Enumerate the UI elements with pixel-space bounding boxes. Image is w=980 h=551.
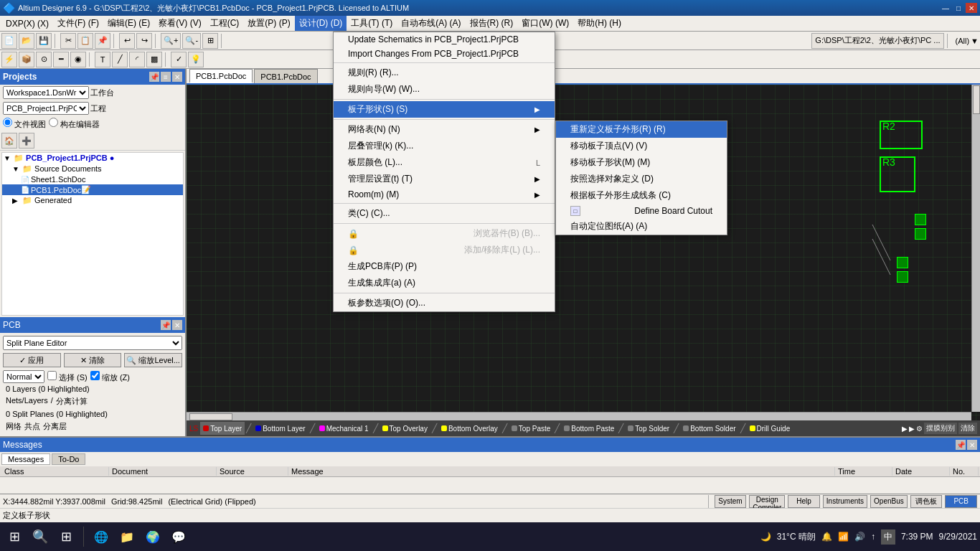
tb2-track[interactable]: ━	[53, 52, 69, 67]
tree-item-generated[interactable]: ▶ 📁 Generated	[2, 195, 183, 206]
tree-item-pcbDoc[interactable]: 📄 PCB1.PcbDoc 📝	[2, 184, 183, 195]
status-design-compiler-btn[interactable]: Design Compiler	[749, 495, 785, 508]
layer-mechanical[interactable]: Mechanical 1	[316, 422, 372, 435]
vscroll-thumb[interactable]	[973, 85, 980, 114]
menu-classes[interactable]: 类(C) (C)...	[334, 205, 555, 222]
layer-drill-guide[interactable]: Drill Guide	[747, 422, 793, 435]
status-instruments-btn[interactable]: Instruments	[823, 495, 867, 508]
pcb-mode-dropdown[interactable]: Split Plane Editor Board Planning Mode	[3, 336, 182, 350]
submenu-define-cutout[interactable]: □ Define Board Cutout	[556, 204, 727, 218]
tree-item-schDoc[interactable]: 📄 Sheet1.SchDoc	[2, 174, 183, 184]
menu-file[interactable]: 文件(F) (F)	[53, 16, 103, 31]
layer-bot-solder[interactable]: Bottom Solder	[680, 422, 738, 435]
menu-gen-pcb-lib[interactable]: 生成PCB库(P) (P)	[334, 258, 555, 275]
layer-more2-btn[interactable]: ▶	[909, 425, 915, 433]
menu-room[interactable]: Room(m) (M) ▶	[334, 187, 555, 202]
layer-clear-btn[interactable]: 清除	[958, 423, 977, 434]
menu-import-changes[interactable]: Import Changes From PCB_Project1.PrjPCB	[334, 47, 555, 61]
close-button[interactable]: ✕	[966, 3, 977, 13]
pcb-clear-btn[interactable]: ✕ 清除	[64, 353, 122, 367]
taskbar-search[interactable]: 🔍	[29, 525, 52, 548]
projects-pin-btn[interactable]: 📌	[149, 72, 159, 82]
pt-home[interactable]: 🏠	[1, 133, 17, 149]
pcb-zoom-btn[interactable]: 🔍 缩放Level...	[124, 353, 182, 367]
tb-save[interactable]: 💾	[36, 33, 52, 49]
menu-edit[interactable]: 编辑(E) (E)	[103, 16, 154, 31]
tb2-pad[interactable]: ◉	[70, 52, 86, 67]
maximize-button[interactable]: □	[953, 3, 964, 13]
submenu-auto-pos[interactable]: 自动定位图纸(A) (A)	[556, 218, 727, 235]
layer-top-overlay[interactable]: Top Overlay	[380, 422, 430, 435]
menu-netlist[interactable]: 网络表(N) (N) ▶	[334, 121, 555, 138]
menu-auto[interactable]: 自动布线(A) (A)	[397, 16, 465, 31]
menu-board-params[interactable]: 板参数选项(O) (O)...	[334, 295, 555, 311]
menu-gen-int-lib[interactable]: 生成集成库(a) (A)	[334, 275, 555, 291]
submenu-define-by-sel[interactable]: 按照选择对象定义 (D)	[556, 171, 727, 187]
taskbar-wechat[interactable]: 💬	[167, 525, 190, 548]
tree-item-project[interactable]: ▼ 📁 PCB_Project1.PrjPCB ●	[2, 153, 183, 164]
taskbar-edge[interactable]: 🌐	[90, 525, 113, 548]
tree-expand-project[interactable]: ▼	[4, 154, 14, 162]
vscrollbar[interactable]	[971, 85, 980, 412]
view-editor-radio[interactable]: 构在编辑器	[49, 118, 100, 130]
tb-paste[interactable]: 📌	[95, 33, 110, 49]
tb2-line[interactable]: ╱	[112, 52, 128, 67]
project-dropdown[interactable]: PCB_Project1.PrjPCB	[3, 102, 89, 115]
menu-design[interactable]: 设计(D) (D)	[295, 16, 347, 31]
submenu-redefine[interactable]: 重新定义板子外形(R) (R)	[556, 121, 727, 138]
minimize-button[interactable]: —	[940, 3, 951, 13]
tb2-arc[interactable]: ◜	[129, 52, 145, 67]
submenu-gen-lines[interactable]: 根据板子外形生成线条 (C)	[556, 187, 727, 204]
hscrollbar[interactable]	[187, 412, 971, 420]
menu-help[interactable]: 帮助(H) (H)	[573, 16, 626, 31]
menu-place[interactable]: 放置(P) (P)	[243, 16, 294, 31]
layer-more-btn[interactable]: ▶	[902, 425, 908, 433]
tb-zoom-out[interactable]: 🔍-	[182, 33, 201, 49]
pcb-close-btn[interactable]: ✕	[172, 320, 182, 330]
menu-layer-stack[interactable]: 层叠管理(k) (K)...	[334, 138, 555, 154]
menu-report[interactable]: 报告(R) (R)	[466, 16, 518, 31]
tb-zoom-fit[interactable]: ⊞	[202, 33, 218, 49]
status-openbus-btn[interactable]: OpenBus	[870, 495, 908, 508]
tb2-fill[interactable]: ▩	[146, 52, 162, 67]
submenu-move-vertices[interactable]: 移动板子顶点(V) (V)	[556, 138, 727, 154]
menu-rules-wizard[interactable]: 规则向导(W) (W)...	[334, 81, 555, 98]
tb2-text[interactable]: T	[95, 52, 110, 67]
projects-menu-btn[interactable]: ≡	[161, 72, 171, 82]
tb2-via[interactable]: ⊙	[36, 52, 52, 67]
tree-expand-generated[interactable]: ▶	[12, 197, 22, 204]
menu-manage-layers[interactable]: 管理层设置(t) (T) ▶	[334, 171, 555, 187]
taskbar-input-method[interactable]: 中	[881, 529, 895, 545]
layer-bot-paste[interactable]: Bottom Paste	[561, 422, 617, 435]
tb-redo[interactable]: ↪	[136, 33, 152, 49]
status-help-btn[interactable]: Help	[788, 495, 820, 508]
taskbar-apps[interactable]: ⊞	[55, 525, 77, 548]
view-file-radio[interactable]: 文件视图	[3, 118, 46, 130]
workspace-dropdown[interactable]: Workspace1.DsnWrk	[3, 86, 89, 99]
menu-dxp[interactable]: DXP(X) (X)	[1, 17, 53, 30]
tb2-route[interactable]: ⚡	[1, 52, 17, 67]
tb-copy[interactable]: 📋	[77, 33, 93, 49]
ls-indicator[interactable]: LS	[189, 425, 198, 433]
layer-top-solder[interactable]: Top Solder	[625, 422, 672, 435]
pcb-pin-btn[interactable]: 📌	[161, 320, 171, 330]
layer-bottom[interactable]: Bottom Layer	[253, 422, 308, 435]
layer-settings-btn[interactable]: ⚙	[916, 425, 923, 433]
tab-pcb2[interactable]: PCB1.PcbDoc	[254, 69, 317, 83]
menu-rules[interactable]: 规则(R) (R)...	[334, 65, 555, 81]
pcb-normal-dropdown[interactable]: Normal	[3, 370, 44, 383]
tab-pcb1[interactable]: PCB1.PcbDoc	[189, 69, 253, 83]
tb2-highlight[interactable]: 💡	[188, 52, 204, 67]
layer-category-btn[interactable]: 摆膜别别	[924, 423, 957, 434]
menu-project[interactable]: 工程(C)	[206, 16, 244, 31]
tree-item-source[interactable]: ▼ 📁 Source Documents	[2, 164, 183, 174]
menu-window[interactable]: 窗口(W) (W)	[517, 16, 573, 31]
msg-tab-messages[interactable]: Messages	[1, 453, 50, 465]
menu-layer-color[interactable]: 板层颜色 (L)... L	[334, 154, 555, 171]
taskbar-start[interactable]: ⊞	[3, 525, 26, 548]
pcb-zoom-chk[interactable]: 缩放 (Z)	[90, 371, 130, 383]
status-palette-btn[interactable]: 调色板	[910, 495, 943, 508]
hscroll-thumb[interactable]	[189, 413, 232, 420]
tb2-comp[interactable]: 📦	[19, 52, 34, 67]
pt-add[interactable]: ➕	[19, 133, 34, 149]
